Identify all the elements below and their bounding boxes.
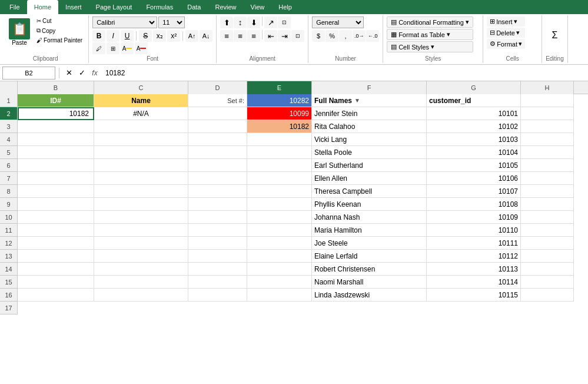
cell-d16[interactable] bbox=[188, 289, 247, 302]
cell-f6[interactable]: Earl Sutherland bbox=[312, 159, 427, 172]
cell-h8[interactable] bbox=[521, 185, 574, 198]
cell-f7[interactable]: Ellen Allen bbox=[312, 172, 427, 185]
cell-h9[interactable] bbox=[521, 198, 574, 211]
tab-page-layout[interactable]: Page Layout bbox=[89, 0, 139, 14]
cell-b1[interactable]: ID# bbox=[18, 94, 94, 107]
cell-h15[interactable] bbox=[521, 276, 574, 289]
cell-f13[interactable]: Elaine Lerfald bbox=[312, 250, 427, 263]
cell-h14[interactable] bbox=[521, 263, 574, 276]
cell-h7[interactable] bbox=[521, 172, 574, 185]
cell-d4[interactable] bbox=[188, 133, 247, 146]
strikethrough-button[interactable]: S bbox=[139, 30, 152, 42]
col-header-d[interactable]: D bbox=[188, 81, 247, 94]
font-size-select[interactable]: 11 bbox=[158, 16, 185, 28]
cell-e4[interactable] bbox=[247, 133, 312, 146]
cell-f5[interactable]: Stella Poole bbox=[312, 146, 427, 159]
cell-g1[interactable]: customer_id bbox=[427, 94, 521, 107]
row-header-14[interactable]: 14 bbox=[0, 263, 18, 276]
cell-c16[interactable] bbox=[94, 289, 188, 302]
cell-b9[interactable] bbox=[18, 198, 94, 211]
cell-c4[interactable] bbox=[94, 133, 188, 146]
font-name-select[interactable]: Calibri bbox=[92, 16, 157, 28]
cell-d5[interactable] bbox=[188, 146, 247, 159]
cell-b12[interactable] bbox=[18, 237, 94, 250]
cell-h16[interactable] bbox=[521, 289, 574, 302]
cell-d7[interactable] bbox=[188, 172, 247, 185]
row-header-12[interactable]: 12 bbox=[0, 237, 18, 250]
cell-f11[interactable]: Maria Hamilton bbox=[312, 224, 427, 237]
tab-data[interactable]: Data bbox=[180, 0, 208, 14]
cell-g15[interactable]: 10114 bbox=[427, 276, 521, 289]
row-header-9[interactable]: 9 bbox=[0, 198, 18, 211]
cell-c12[interactable] bbox=[94, 237, 188, 250]
cell-b14[interactable] bbox=[18, 263, 94, 276]
align-center-button[interactable]: ≡ bbox=[234, 30, 247, 42]
tab-file[interactable]: File bbox=[2, 0, 27, 14]
cell-styles-button[interactable]: ▤ Cell Styles ▾ bbox=[387, 41, 473, 52]
cell-d2[interactable] bbox=[188, 107, 247, 120]
cell-h3[interactable] bbox=[521, 120, 574, 133]
font-color-button[interactable]: A bbox=[135, 42, 148, 54]
align-middle-button[interactable]: ↕ bbox=[234, 16, 247, 28]
cell-g13[interactable]: 10112 bbox=[427, 250, 521, 263]
cell-d12[interactable] bbox=[188, 237, 247, 250]
cell-f10[interactable]: Johanna Nash bbox=[312, 211, 427, 224]
cell-h6[interactable] bbox=[521, 159, 574, 172]
cell-e11[interactable] bbox=[247, 224, 312, 237]
border-button[interactable]: ⊞ bbox=[107, 42, 119, 54]
cell-e3[interactable]: 10182 bbox=[247, 120, 312, 133]
cell-c11[interactable] bbox=[94, 224, 188, 237]
col-header-b[interactable]: B bbox=[18, 81, 94, 94]
cell-d15[interactable] bbox=[188, 276, 247, 289]
cell-c8[interactable] bbox=[94, 185, 188, 198]
comma-button[interactable]: , bbox=[339, 30, 352, 42]
delete-button[interactable]: ⊟ Delete ▾ bbox=[487, 28, 525, 38]
cell-g6[interactable]: 10105 bbox=[427, 159, 521, 172]
cell-f9[interactable]: Phyllis Keenan bbox=[312, 198, 427, 211]
cell-e6[interactable] bbox=[247, 159, 312, 172]
align-top-button[interactable]: ⬆ bbox=[220, 16, 233, 28]
tab-insert[interactable]: Insert bbox=[58, 0, 89, 14]
cell-d13[interactable] bbox=[188, 250, 247, 263]
cell-h4[interactable] bbox=[521, 133, 574, 146]
cell-h11[interactable] bbox=[521, 224, 574, 237]
cell-c9[interactable] bbox=[94, 198, 188, 211]
subscript-button[interactable]: x₂ bbox=[153, 30, 166, 42]
cell-e15[interactable] bbox=[247, 276, 312, 289]
number-format-select[interactable]: General bbox=[312, 16, 364, 28]
cell-e2[interactable]: 10099 bbox=[247, 107, 312, 120]
cell-d8[interactable] bbox=[188, 185, 247, 198]
cell-d9[interactable] bbox=[188, 198, 247, 211]
wrap-text-button[interactable]: ⊡ bbox=[278, 16, 291, 28]
cell-c6[interactable] bbox=[94, 159, 188, 172]
cell-d14[interactable] bbox=[188, 263, 247, 276]
row-header-3[interactable]: 3 bbox=[0, 120, 18, 133]
italic-button[interactable]: I bbox=[107, 30, 119, 42]
cell-c13[interactable] bbox=[94, 250, 188, 263]
row-header-16[interactable]: 16 bbox=[0, 289, 18, 302]
cell-e10[interactable] bbox=[247, 211, 312, 224]
cell-h5[interactable] bbox=[521, 146, 574, 159]
row-header-17[interactable]: 17 bbox=[0, 302, 18, 315]
sigma-button[interactable]: Σ bbox=[546, 27, 563, 44]
fill-color-button[interactable]: A bbox=[121, 42, 134, 54]
paste-button[interactable]: 📋 Paste bbox=[6, 16, 33, 48]
cell-g5[interactable]: 10104 bbox=[427, 146, 521, 159]
tab-formulas[interactable]: Formulas bbox=[139, 0, 180, 14]
row-header-5[interactable]: 5 bbox=[0, 146, 18, 159]
tab-view[interactable]: View bbox=[244, 0, 272, 14]
cell-b4[interactable] bbox=[18, 133, 94, 146]
indent-decrease-button[interactable]: ⇤ bbox=[264, 30, 277, 42]
tab-help[interactable]: Help bbox=[271, 0, 299, 14]
tab-home[interactable]: Home bbox=[27, 0, 58, 14]
insert-button[interactable]: ⊞ Insert ▾ bbox=[487, 16, 525, 27]
percent-button[interactable]: % bbox=[325, 30, 338, 42]
cell-c14[interactable] bbox=[94, 263, 188, 276]
row-header-4[interactable]: 4 bbox=[0, 133, 18, 146]
underline-button[interactable]: U bbox=[121, 30, 134, 42]
cell-e16[interactable] bbox=[247, 289, 312, 302]
cell-e1[interactable]: 10282 bbox=[247, 94, 312, 107]
cell-g14[interactable]: 10113 bbox=[427, 263, 521, 276]
col-header-h[interactable]: H bbox=[521, 81, 574, 94]
cell-g8[interactable]: 10107 bbox=[427, 185, 521, 198]
